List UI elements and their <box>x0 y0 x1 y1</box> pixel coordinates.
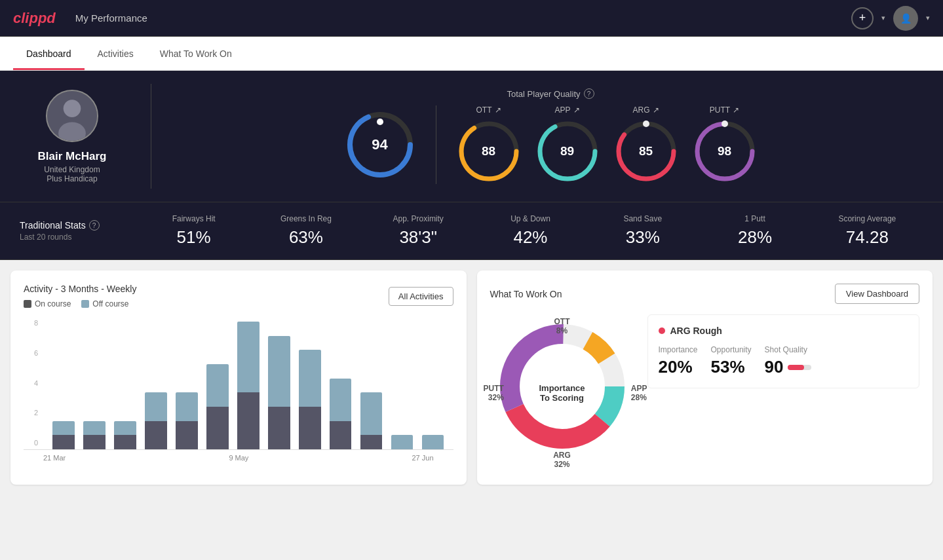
app-logo: clippd <box>13 10 56 27</box>
y-label-8: 8 <box>34 319 38 327</box>
bar-on-course <box>83 435 106 449</box>
avatar-dropdown-arrow[interactable]: ▾ <box>926 14 930 22</box>
player-name: Blair McHarg <box>38 150 107 163</box>
y-label-4: 4 <box>34 379 38 387</box>
wtwon-title: What To Work On <box>490 289 562 299</box>
svg-point-1 <box>64 100 81 117</box>
donut-label-app: APP 28% <box>631 384 647 402</box>
y-label-6: 6 <box>34 349 38 357</box>
bar-off-course <box>299 350 321 407</box>
wtwon-header: What To Work On View Dashboard <box>490 284 920 304</box>
ring-ott: OTT ↗ 88 <box>456 105 522 184</box>
all-activities-button[interactable]: All Activities <box>389 287 453 306</box>
bottom-panels: Activity - 3 Months - Weekly On course O… <box>0 260 943 495</box>
bar-off-course <box>206 364 229 407</box>
importance-label: Importance <box>659 345 698 354</box>
bar-on-course <box>114 435 136 449</box>
ring-app-label: APP ↗ <box>554 105 579 115</box>
shot-quality-label: Shot Quality <box>765 345 811 354</box>
detail-dot <box>659 327 665 334</box>
legend-off-course-dot <box>81 300 89 308</box>
header-title: My Performance <box>75 12 851 24</box>
quality-info-icon[interactable]: ? <box>584 88 594 99</box>
bar-group <box>327 322 355 449</box>
x-label-mar: 21 Mar <box>43 454 66 462</box>
stat-greens-label: Greens In Reg <box>250 214 362 223</box>
opportunity-label: Opportunity <box>711 345 752 354</box>
stat-app-proximity: App. Proximity 38'3" <box>362 214 474 248</box>
trad-stats-info-icon[interactable]: ? <box>89 220 100 231</box>
stat-sand-save: Sand Save 33% <box>587 214 699 248</box>
bar-on-course <box>299 407 321 449</box>
bar-off-course <box>52 421 75 436</box>
bar-group <box>358 322 385 449</box>
ring-app: APP ↗ 89 <box>535 105 600 184</box>
quality-section-label: Total Player Quality ? <box>507 88 594 99</box>
player-section: Blair McHarg United Kingdom Plus Handica… <box>0 71 943 202</box>
stat-sand-save-value: 33% <box>587 227 699 248</box>
bar-on-course <box>237 392 260 449</box>
header-actions: + ▾ 👤 ▾ <box>851 6 930 31</box>
bar-group <box>50 322 77 449</box>
traditional-stats-section: Traditional Stats ? Last 20 rounds Fairw… <box>0 202 943 260</box>
y-label-0: 0 <box>34 439 38 447</box>
stat-scoring-average-label: Scoring Average <box>811 214 923 223</box>
user-avatar-button[interactable]: 👤 <box>893 6 918 31</box>
legend-on-course: On course <box>24 299 71 308</box>
bar-on-course <box>176 421 198 449</box>
app-header: clippd My Performance + ▾ 👤 ▾ <box>0 0 943 37</box>
ring-total: 94 <box>344 109 416 181</box>
nav-tabs: Dashboard Activities What To Work On <box>0 37 943 71</box>
player-info: Blair McHarg United Kingdom Plus Handica… <box>20 90 125 183</box>
player-country: United Kingdom <box>44 165 100 174</box>
stat-scoring-average: Scoring Average 74.28 <box>811 214 923 248</box>
bar-on-course <box>52 435 75 449</box>
chart-x-labels: 21 Mar 9 May 27 Jun <box>24 450 453 462</box>
stat-fairways-hit-label: Fairways Hit <box>138 214 250 223</box>
add-button[interactable]: + <box>851 7 874 29</box>
bar-group <box>173 322 201 449</box>
donut-chart-container: Importance To Scoring OTT 8% APP 28% ARG… <box>490 314 634 472</box>
donut-label-arg: ARG 32% <box>553 451 571 469</box>
trad-stats-title: Traditional Stats ? <box>20 220 138 231</box>
bar-group <box>389 322 416 449</box>
detail-card-title: ARG Rough <box>659 326 909 336</box>
bar-group <box>265 322 293 449</box>
shot-quality-value: 90 <box>765 357 784 377</box>
stat-fairways-hit-value: 51% <box>138 227 250 248</box>
stat-sand-save-label: Sand Save <box>587 214 699 223</box>
stat-app-proximity-value: 38'3" <box>362 227 474 248</box>
bar-off-course <box>176 392 198 420</box>
tab-what-to-work-on[interactable]: What To Work On <box>147 37 245 70</box>
donut-label-ott: OTT 8% <box>554 317 570 335</box>
arg-value: 85 <box>639 144 653 159</box>
svg-point-15 <box>722 121 728 127</box>
bar-off-course <box>83 421 106 436</box>
bar-on-course <box>330 421 352 449</box>
quality-section: Total Player Quality ? 94 OTT <box>178 88 923 184</box>
stat-greens-value: 63% <box>250 227 362 248</box>
shot-quality-bar <box>788 365 811 370</box>
divider2 <box>436 105 436 184</box>
bar-on-course <box>145 421 167 449</box>
quality-rings: 94 OTT ↗ 88 <box>344 105 758 184</box>
tab-activities[interactable]: Activities <box>85 37 147 70</box>
stat-up-down-label: Up & Down <box>474 214 587 223</box>
ring-arg: ARG ↗ 85 <box>613 105 679 184</box>
view-dashboard-button[interactable]: View Dashboard <box>835 284 919 304</box>
bar-off-course <box>330 379 352 421</box>
stat-1-putt-value: 28% <box>699 227 811 248</box>
x-label-jun: 27 Jun <box>412 454 433 462</box>
svg-point-12 <box>643 121 649 127</box>
chart-bars <box>43 322 453 449</box>
activity-chart-title: Activity - 3 Months - Weekly <box>24 284 136 294</box>
ring-putt: PUTT ↗ 98 <box>692 105 758 184</box>
tab-dashboard[interactable]: Dashboard <box>13 37 85 70</box>
app-value: 89 <box>560 144 574 159</box>
bar-group <box>235 322 262 449</box>
stat-scoring-average-value: 74.28 <box>811 227 923 248</box>
divider <box>151 84 151 189</box>
ring-arg-label: ARG ↗ <box>632 105 659 115</box>
add-dropdown-arrow[interactable]: ▾ <box>881 14 885 22</box>
x-label-may: 9 May <box>229 454 248 462</box>
